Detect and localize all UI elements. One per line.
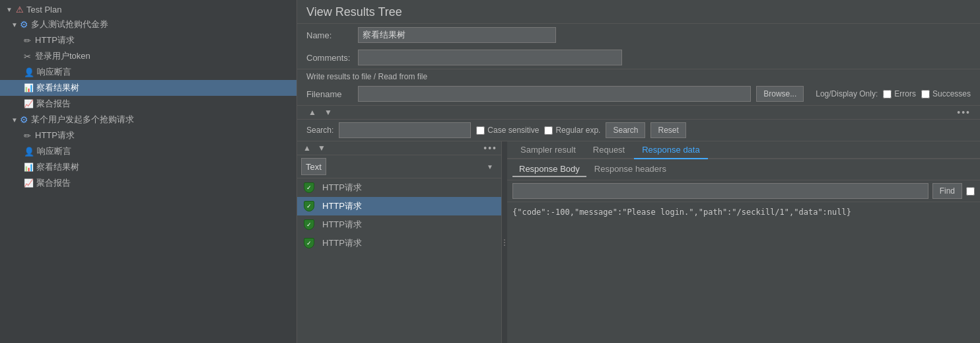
- list-pane: ▲ ▼ ••• Text HTTP请求 HT: [297, 141, 502, 343]
- bar-icon2: 📈: [24, 178, 34, 188]
- list-down-arrow[interactable]: ▼: [316, 143, 328, 153]
- regular-exp-checkbox[interactable]: [544, 126, 553, 135]
- search-row: Search: Case sensitive Regular exp. Sear…: [297, 119, 980, 141]
- sidebar-label-report2: 聚合报告: [36, 177, 71, 189]
- sidebar-label-login: 登录用户token: [35, 50, 90, 62]
- sub-tab-response-headers[interactable]: Response headers: [588, 162, 673, 177]
- test-plan-icon: ⚠: [16, 5, 24, 15]
- list-item-3[interactable]: HTTP请求: [297, 215, 501, 234]
- bottom-area: ▲ ▼ ••• Text HTTP请求 HT: [297, 141, 980, 343]
- arrow-icon: ▼: [11, 21, 18, 28]
- pencil-icon2: ✏: [24, 131, 31, 141]
- reset-button[interactable]: Reset: [650, 122, 685, 138]
- sidebar-item-assert2[interactable]: 👤 响应断言: [0, 143, 297, 159]
- gear-icon2: ⚙: [20, 114, 28, 125]
- list-item[interactable]: HTTP请求: [297, 178, 501, 197]
- text-dropdown[interactable]: Text: [301, 158, 326, 175]
- sidebar-item-login[interactable]: ✂ 登录用户token: [0, 48, 297, 64]
- case-sensitive-checkbox[interactable]: [476, 126, 485, 135]
- filename-input[interactable]: [358, 86, 751, 102]
- search-button[interactable]: Search: [606, 122, 645, 138]
- sidebar-item-report2[interactable]: 📈 聚合报告: [0, 175, 297, 191]
- detail-pane: Sampler result Request Response data Res…: [507, 141, 980, 343]
- list-item-label-3: HTTP请求: [322, 219, 362, 231]
- tab-request[interactable]: Request: [585, 141, 633, 159]
- regular-exp-label: Regular exp.: [555, 126, 600, 135]
- up-arrow-button[interactable]: ▲: [306, 107, 318, 118]
- sidebar-label-group1: 多人测试抢购代金券: [31, 19, 108, 30]
- sidebar-item-http1[interactable]: ✏ HTTP请求: [0, 32, 297, 48]
- errors-checkbox[interactable]: [883, 90, 892, 98]
- tabs-row: Sampler result Request Response data: [507, 141, 980, 159]
- sidebar-item-results-tree2[interactable]: 📊 察看结果树: [0, 159, 297, 175]
- filename-row: Filename Browse... Log/Display Only: Err…: [297, 83, 980, 105]
- successes-checkbox-group: Successes: [921, 89, 971, 98]
- sidebar-label-assert2: 响应断言: [37, 145, 71, 157]
- list-toolbar: ▲ ▼ •••: [297, 141, 501, 155]
- find-checkbox[interactable]: [966, 187, 975, 196]
- sidebar: ▼ ⚠ Test Plan ▼ ⚙ 多人测试抢购代金券 ✏ HTTP请求 ✂ 登…: [0, 0, 297, 343]
- list-item-label-2: HTTP请求: [322, 200, 362, 212]
- search-input[interactable]: [339, 122, 471, 138]
- text-dropdown-wrapper[interactable]: Text: [301, 158, 497, 175]
- main-panel: View Results Tree Name: Comments: Write …: [297, 0, 980, 343]
- successes-label: Successes: [932, 89, 971, 98]
- bar-icon1: 📈: [24, 99, 34, 108]
- more-options-icon[interactable]: •••: [957, 107, 971, 118]
- sidebar-item-group1[interactable]: ▼ ⚙ 多人测试抢购代金券: [0, 17, 297, 32]
- drag-dot: [504, 242, 505, 243]
- shield-icon-2: [304, 201, 314, 211]
- sidebar-item-results-tree1[interactable]: 📊 察看结果树: [0, 80, 297, 96]
- search-label: Search:: [306, 126, 333, 135]
- comments-input[interactable]: [358, 50, 622, 65]
- list-item-selected[interactable]: HTTP请求: [297, 197, 501, 215]
- tab-sampler-result[interactable]: Sampler result: [512, 141, 584, 159]
- sidebar-item-group2[interactable]: ▼ ⚙ 某个用户发起多个抢购请求: [0, 112, 297, 128]
- sidebar-item-test-plan[interactable]: ▼ ⚠ Test Plan: [0, 3, 297, 17]
- find-input[interactable]: [512, 183, 928, 199]
- find-row: Find: [507, 180, 980, 202]
- user-icon2: 👤: [24, 147, 34, 157]
- toolbar-row1: ▲ ▼ •••: [297, 105, 980, 119]
- sidebar-label-results1: 察看结果树: [36, 82, 79, 94]
- errors-label: Errors: [894, 89, 916, 98]
- gear-icon: ⚙: [20, 19, 28, 30]
- dropdown-row: Text: [297, 155, 501, 178]
- drag-dot: [504, 245, 505, 246]
- filename-label: Filename: [306, 89, 353, 99]
- sidebar-label-testplan: Test Plan: [26, 5, 61, 15]
- find-button[interactable]: Find: [932, 183, 962, 199]
- response-content: {"code":-100,"message":"Please login.","…: [507, 202, 980, 343]
- pencil-icon: ✏: [24, 36, 31, 46]
- case-sensitive-group: Case sensitive: [476, 126, 539, 135]
- shield-icon-1: [304, 182, 314, 193]
- sidebar-item-report1[interactable]: 📈 聚合报告: [0, 96, 297, 112]
- down-arrow-button[interactable]: ▼: [322, 107, 334, 118]
- comments-label: Comments:: [306, 53, 353, 63]
- list-item-label-1: HTTP请求: [322, 182, 362, 194]
- sidebar-label-results2: 察看结果树: [36, 161, 79, 173]
- list-items: HTTP请求 HTTP请求 HTTP请求 HTTP请求: [297, 178, 501, 343]
- tab-response-data[interactable]: Response data: [634, 141, 707, 159]
- drag-dot: [504, 239, 505, 241]
- sidebar-label-http2: HTTP请求: [35, 130, 75, 141]
- list-more-icon[interactable]: •••: [483, 143, 497, 153]
- name-row: Name:: [297, 24, 980, 46]
- panel-title: View Results Tree: [297, 0, 980, 24]
- sidebar-label-group2: 某个用户发起多个抢购请求: [31, 114, 134, 126]
- name-input[interactable]: [358, 27, 556, 43]
- sub-tab-response-body[interactable]: Response Body: [512, 162, 586, 177]
- successes-checkbox[interactable]: [921, 90, 930, 98]
- case-sensitive-label: Case sensitive: [487, 126, 539, 135]
- list-item-4[interactable]: HTTP请求: [297, 234, 501, 252]
- browse-button[interactable]: Browse...: [756, 86, 804, 102]
- list-up-arrow[interactable]: ▲: [301, 143, 313, 153]
- comments-row: Comments:: [297, 46, 980, 69]
- sub-tabs-row: Response Body Response headers: [507, 159, 980, 180]
- chart-icon2: 📊: [24, 163, 34, 172]
- drag-handle[interactable]: [502, 141, 507, 343]
- sidebar-item-assert1[interactable]: 👤 响应断言: [0, 64, 297, 80]
- sidebar-item-http2[interactable]: ✏ HTTP请求: [0, 128, 297, 143]
- name-label: Name:: [306, 30, 353, 40]
- shield-icon-3: [304, 219, 314, 230]
